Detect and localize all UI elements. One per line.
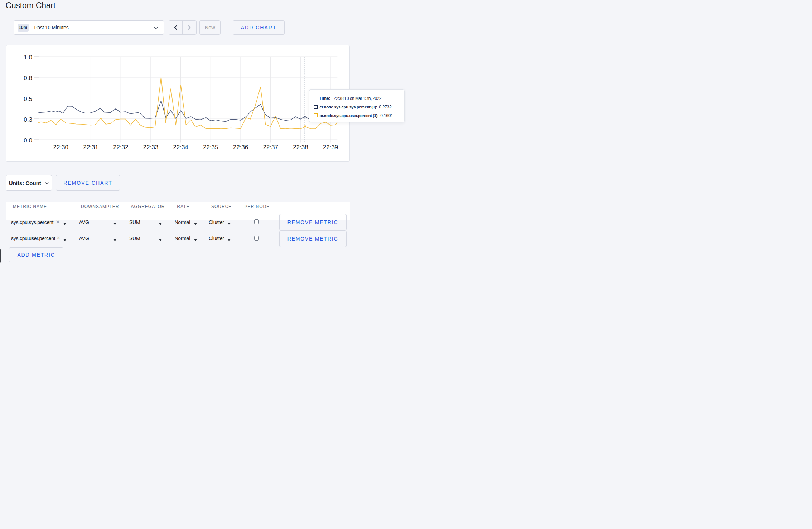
svg-text:0.0: 0.0 [24, 137, 32, 144]
svg-text:0.5: 0.5 [24, 96, 32, 102]
svg-text:22:36: 22:36 [233, 144, 248, 151]
svg-text:0.8: 0.8 [24, 75, 32, 82]
svg-text:22:38: 22:38 [293, 144, 308, 151]
svg-text:22:30: 22:30 [53, 144, 68, 151]
svg-text:22:31: 22:31 [83, 144, 98, 151]
svg-text:22:33: 22:33 [143, 144, 159, 151]
svg-text:22:32: 22:32 [113, 144, 129, 151]
svg-text:22:39: 22:39 [323, 144, 338, 151]
svg-text:1.0: 1.0 [24, 54, 32, 61]
svg-text:22:34: 22:34 [173, 144, 188, 151]
svg-text:22:37: 22:37 [263, 144, 278, 151]
svg-text:0.3: 0.3 [24, 116, 32, 123]
svg-text:22:35: 22:35 [203, 144, 218, 151]
